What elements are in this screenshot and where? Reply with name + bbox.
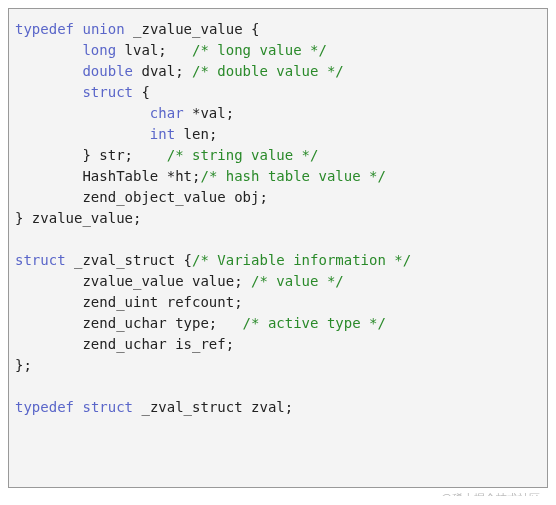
comment: /* string value */	[167, 147, 319, 163]
brace-close: } zvalue_value;	[15, 210, 141, 226]
keyword-union: union	[82, 21, 124, 37]
keyword-char: char	[150, 105, 184, 121]
var: lval;	[125, 42, 167, 58]
stmt: zend_object_value obj;	[82, 189, 267, 205]
type-name: _zval_struct zval;	[141, 399, 293, 415]
comment: /* Variable information */	[192, 252, 411, 268]
stmt: zend_uchar is_ref;	[82, 336, 234, 352]
code-content: typedef union _zvalue_value { long lval;…	[15, 19, 541, 418]
stmt: HashTable *ht;	[82, 168, 200, 184]
keyword-typedef: typedef	[15, 399, 74, 415]
var: len;	[184, 126, 218, 142]
stmt: zvalue_value value;	[82, 273, 242, 289]
type-name: _zvalue_value	[133, 21, 243, 37]
var: *val;	[192, 105, 234, 121]
watermark: @稀土掘金技术社区	[441, 491, 540, 496]
keyword-int: int	[150, 126, 175, 142]
stmt: zend_uchar type;	[82, 315, 217, 331]
comment: /* value */	[251, 273, 344, 289]
comment: /* double value */	[192, 63, 344, 79]
keyword-typedef: typedef	[15, 21, 74, 37]
keyword-struct: struct	[15, 252, 66, 268]
keyword-long: long	[82, 42, 116, 58]
keyword-double: double	[82, 63, 133, 79]
brace-close: } str;	[82, 147, 133, 163]
comment: /* hash table value */	[200, 168, 385, 184]
brace-close: };	[15, 357, 32, 373]
var: dval;	[141, 63, 183, 79]
brace: {	[184, 252, 192, 268]
keyword-struct: struct	[82, 399, 133, 415]
brace: {	[251, 21, 259, 37]
comment: /* long value */	[192, 42, 327, 58]
keyword-struct: struct	[82, 84, 133, 100]
brace: {	[141, 84, 149, 100]
stmt: zend_uint refcount;	[82, 294, 242, 310]
type-name: _zval_struct	[74, 252, 175, 268]
comment: /* active type */	[243, 315, 386, 331]
code-block: typedef union _zvalue_value { long lval;…	[8, 8, 548, 488]
